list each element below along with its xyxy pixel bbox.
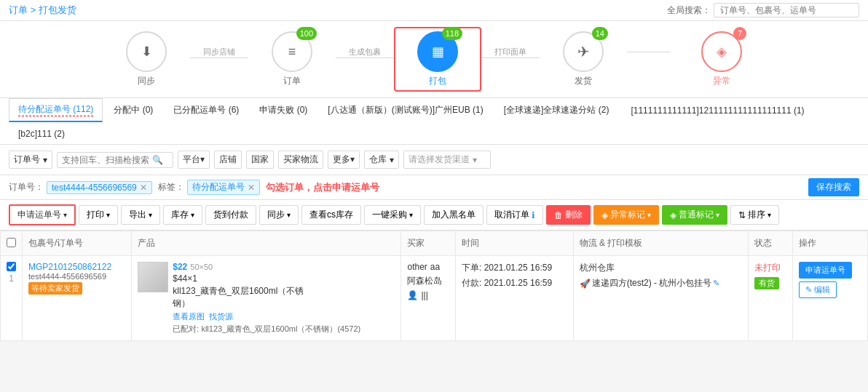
blacklist-button[interactable]: 加入黑名单 bbox=[424, 205, 484, 225]
edit-row-button[interactable]: ✎ 编辑 bbox=[799, 281, 837, 298]
order-time-row: 下单: 2021.01.25 16:59 bbox=[462, 262, 567, 274]
find-source-link[interactable]: 找货源 bbox=[209, 311, 233, 322]
label-tag-close[interactable]: ✕ bbox=[248, 183, 255, 193]
export-button[interactable]: 导出 ▾ bbox=[121, 205, 160, 225]
tab-sub2[interactable]: [b2c]111 (2) bbox=[9, 124, 74, 144]
store-select[interactable]: 店铺 bbox=[214, 151, 242, 169]
platform-select[interactable]: 平台▾ bbox=[178, 151, 210, 169]
workflow-line-4 bbox=[627, 52, 671, 52]
apply-tracking-arrow: ▾ bbox=[63, 211, 67, 219]
warehouse-select[interactable]: 仓库 ▾ bbox=[364, 151, 399, 169]
step-label-ship: 发货 bbox=[575, 75, 592, 87]
one-buy-button[interactable]: 一键采购 ▾ bbox=[364, 205, 421, 225]
th-logistics: 物流 & 打印模板 bbox=[573, 231, 748, 256]
action-bar: 申请运单号 ▾ 打印 ▾ 导出 ▾ 库存 ▾ 货到付款 同步 ▾ 查看cs库存 … bbox=[0, 200, 868, 231]
tab-pending[interactable]: 待分配运单号 (112) bbox=[9, 98, 103, 122]
package-order-cell: MGP2101250862122 test4444-4556696569 等待卖… bbox=[23, 256, 132, 341]
export-label: 导出 bbox=[129, 209, 146, 221]
apply-tracking-row-button[interactable]: 申请运单号 bbox=[799, 262, 852, 279]
step-label-pack: 打包 bbox=[429, 75, 446, 87]
delete-button[interactable]: 🗑 删除 bbox=[546, 205, 591, 225]
normal-mark-label: 普通标记 bbox=[679, 209, 714, 221]
th-time: 时间 bbox=[455, 231, 573, 256]
cancel-order-button[interactable]: 取消订单 ℹ bbox=[486, 205, 543, 225]
workflow-step-sync[interactable]: ⬇ 同步 bbox=[103, 31, 190, 87]
abnormal-mark-label: 异常标记 bbox=[610, 209, 645, 221]
carrier-name: 速递四方(test2) - 杭州小包挂号 bbox=[592, 277, 712, 289]
row-checkbox[interactable] bbox=[7, 262, 16, 271]
logistics-select[interactable]: 买家物流 bbox=[278, 151, 323, 169]
breadcrumb: 订单 > 打包发货 bbox=[9, 4, 76, 17]
stock-status-badge: 有货 bbox=[754, 277, 779, 289]
breadcrumb-parent[interactable]: 订单 bbox=[9, 4, 28, 15]
channel-select[interactable]: 请选择发货渠道 ▾ bbox=[403, 151, 491, 169]
status-cell: 未打印 有货 bbox=[749, 256, 793, 341]
ship-icon: ✈ bbox=[577, 43, 590, 60]
global-search-input[interactable] bbox=[714, 3, 859, 17]
step-label-order: 订单 bbox=[283, 75, 301, 87]
step-label-abnormal: 异常 bbox=[713, 75, 730, 87]
delete-icon: 🗑 bbox=[554, 210, 563, 220]
order-badge: 100 bbox=[296, 27, 317, 40]
logistics-cell: 杭州仓库 🚀 速递四方(test2) - 杭州小包挂号 ✎ bbox=[573, 256, 748, 341]
tab-global[interactable]: [全球速递]全球速递分站 (2) bbox=[494, 99, 619, 121]
normal-mark-button[interactable]: ◈ 普通标记 ▾ bbox=[662, 205, 727, 225]
sort-label: 排序 bbox=[748, 209, 765, 221]
save-search-button[interactable]: 保存搜索 bbox=[808, 178, 859, 196]
product-cell: $22 50×50 $44×1 kll123_藏青色_双层1600ml（不锈钢）… bbox=[132, 256, 401, 341]
tab-badatong[interactable]: [八达通（新版）(测试账号)]广州EUB (1) bbox=[318, 99, 492, 121]
workflow-line-1: 同步店铺 bbox=[190, 47, 248, 58]
tab-sub1[interactable]: [1111111111111]1211111111111111111 (1) bbox=[621, 100, 813, 121]
step-circle-pack: 118 ▦ bbox=[417, 31, 458, 72]
print-label: 打印 bbox=[87, 209, 104, 221]
print-arrow: ▾ bbox=[106, 211, 110, 219]
tab-distributed[interactable]: 已分配运单号 (6) bbox=[164, 99, 248, 121]
workflow-step-pack[interactable]: 118 ▦ 打包 bbox=[394, 27, 481, 92]
search-input[interactable] bbox=[62, 155, 149, 165]
stock-button[interactable]: 库存 ▾ bbox=[163, 205, 202, 225]
print-button[interactable]: 打印 ▾ bbox=[79, 205, 118, 225]
hint-text: 勾选订单，点击申请运单号 bbox=[266, 181, 379, 194]
workflow-step-order[interactable]: 100 ≡ 订单 bbox=[248, 31, 336, 87]
workflow-line-2: 生成包裹 bbox=[336, 47, 394, 58]
order-tag-close[interactable]: ✕ bbox=[140, 183, 147, 193]
cod-label: 货到付款 bbox=[213, 209, 248, 221]
blacklist-label: 加入黑名单 bbox=[432, 209, 476, 221]
buyer-name2: aa bbox=[430, 262, 440, 272]
waiting-badge: 等待卖家发货 bbox=[28, 282, 82, 295]
th-operations: 操作 bbox=[792, 231, 867, 256]
apply-tracking-button[interactable]: 申请运单号 ▾ bbox=[9, 204, 76, 225]
workflow-step-abnormal[interactable]: 7 ◈ 异常 bbox=[678, 31, 765, 87]
step-circle-ship: 14 ✈ bbox=[563, 31, 604, 72]
row-number: 1 bbox=[7, 273, 16, 284]
order-num-filter: 订单号： test4444-4556696569 ✕ bbox=[9, 181, 152, 194]
workflow-step-ship[interactable]: 14 ✈ 发货 bbox=[540, 31, 627, 87]
more-select[interactable]: 更多▾ bbox=[328, 151, 360, 169]
workflow-bar: ⬇ 同步 同步店铺 100 ≡ 订单 生成包裹 118 ▦ 打包 打印面单 14 bbox=[0, 21, 868, 98]
one-buy-arrow: ▾ bbox=[409, 211, 413, 219]
package-number[interactable]: MGP2101250862122 bbox=[28, 262, 125, 272]
time-cell: 下单: 2021.01.25 16:59 付款: 2021.01.25 16:5… bbox=[455, 256, 573, 341]
country-select[interactable]: 国家 bbox=[246, 151, 274, 169]
view-original-link[interactable]: 查看原图 bbox=[173, 311, 205, 322]
order-time-value: 2021.01.25 16:59 bbox=[484, 263, 552, 273]
tab-failed[interactable]: 申请失败 (0) bbox=[250, 99, 317, 121]
search-input-wrapper: 🔍 bbox=[57, 152, 173, 168]
sort-button[interactable]: ⇅ 排序 ▾ bbox=[730, 205, 779, 225]
global-search-label: 全局搜索： bbox=[667, 4, 711, 17]
step-label-sync: 同步 bbox=[138, 75, 155, 87]
stock-arrow: ▾ bbox=[191, 211, 194, 219]
abnormal-mark-button[interactable]: ◈ 异常标记 ▾ bbox=[593, 205, 659, 225]
edit-logistics-icon[interactable]: ✎ bbox=[713, 279, 719, 288]
cod-button[interactable]: 货到付款 bbox=[205, 205, 256, 225]
sync-button[interactable]: 同步 ▾ bbox=[259, 205, 299, 225]
order-tag: test4444-4556696569 ✕ bbox=[47, 181, 152, 194]
order-time-label: 下单: bbox=[462, 263, 481, 273]
field-select[interactable]: 订单号 ▾ bbox=[9, 151, 52, 169]
search-icon[interactable]: 🔍 bbox=[152, 155, 163, 165]
tab-distributing[interactable]: 分配中 (0) bbox=[104, 99, 162, 121]
operations-cell: 申请运单号 ✎ 编辑 bbox=[792, 256, 867, 341]
select-all-checkbox[interactable] bbox=[7, 238, 16, 247]
cs-stock-button[interactable]: 查看cs库存 bbox=[301, 205, 361, 225]
cs-stock-label: 查看cs库存 bbox=[309, 209, 353, 221]
